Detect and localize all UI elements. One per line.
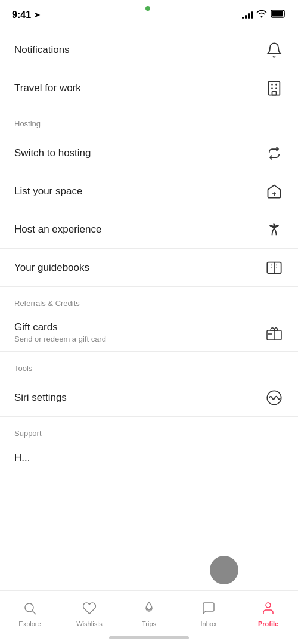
home-plus-icon — [265, 182, 284, 201]
trips-tab-label: Trips — [142, 620, 156, 627]
siri-icon — [265, 388, 284, 407]
gift-cards-menu-item[interactable]: Gift cards Send or redeem a gift card — [0, 314, 298, 352]
menu-list: Notifications Travel for work — [0, 31, 298, 472]
green-status-dot — [145, 6, 150, 11]
svg-rect-2 — [269, 81, 280, 95]
tab-profile[interactable]: Profile — [238, 596, 298, 627]
host-experience-label: Host an experience — [14, 224, 101, 236]
guidebooks-label: Your guidebooks — [14, 262, 89, 274]
signal-icon — [242, 11, 253, 19]
battery-icon — [271, 10, 286, 20]
tools-section-header: Tools — [0, 352, 298, 379]
gift-cards-label: Gift cards — [14, 321, 106, 333]
airbnb-icon — [142, 601, 156, 618]
guidebooks-menu-item[interactable]: Your guidebooks — [0, 249, 298, 287]
heart-icon — [82, 601, 97, 618]
experience-icon — [265, 220, 284, 239]
avatar-placeholder — [210, 556, 238, 584]
inbox-tab-label: Inbox — [201, 620, 217, 627]
book-icon — [265, 258, 284, 277]
building-icon — [265, 79, 284, 98]
siri-settings-label: Siri settings — [14, 392, 67, 404]
status-icons — [242, 10, 286, 20]
support-menu-item[interactable]: H... — [0, 444, 298, 472]
switch-hosting-menu-item[interactable]: Switch to hosting — [0, 134, 298, 172]
svg-point-16 — [266, 603, 271, 608]
support-item-label: H... — [14, 452, 30, 464]
explore-tab-label: Explore — [18, 620, 41, 627]
status-time: 9:41 ➤ — [12, 10, 40, 20]
host-experience-menu-item[interactable]: Host an experience — [0, 210, 298, 249]
tab-inbox[interactable]: Inbox — [179, 596, 238, 627]
search-icon — [23, 601, 37, 618]
referrals-section-header: Referrals & Credits — [0, 287, 298, 314]
message-icon — [201, 601, 216, 618]
person-icon — [261, 601, 275, 618]
list-space-label: List your space — [14, 185, 82, 197]
travel-work-label: Travel for work — [14, 82, 81, 94]
tab-trips[interactable]: Trips — [119, 596, 179, 627]
wishlists-tab-label: Wishlists — [76, 620, 102, 627]
travel-work-menu-item[interactable]: Travel for work — [0, 69, 298, 107]
location-arrow-icon: ➤ — [34, 11, 40, 19]
tab-wishlists[interactable]: Wishlists — [60, 596, 119, 627]
profile-tab-label: Profile — [258, 620, 278, 627]
home-indicator — [109, 636, 189, 639]
bell-icon — [265, 41, 284, 60]
tab-explore[interactable]: Explore — [0, 596, 60, 627]
wifi-icon — [256, 10, 267, 20]
svg-line-15 — [33, 611, 36, 614]
svg-point-14 — [25, 603, 33, 612]
hosting-section-header: Hosting — [0, 107, 298, 134]
support-section-header: Support — [0, 417, 298, 444]
notifications-menu-item[interactable]: Notifications — [0, 31, 298, 69]
siri-settings-menu-item[interactable]: Siri settings — [0, 379, 298, 417]
status-bar: 9:41 ➤ — [0, 0, 298, 26]
gift-cards-subtitle: Send or redeem a gift card — [14, 335, 106, 343]
list-space-menu-item[interactable]: List your space — [0, 172, 298, 210]
content-area: Notifications Travel for work — [0, 31, 298, 532]
notifications-label: Notifications — [14, 44, 70, 56]
switch-hosting-label: Switch to hosting — [14, 147, 91, 159]
svg-rect-7 — [272, 91, 277, 95]
swap-icon — [265, 144, 284, 163]
gift-icon — [265, 323, 284, 342]
svg-rect-1 — [272, 11, 283, 16]
